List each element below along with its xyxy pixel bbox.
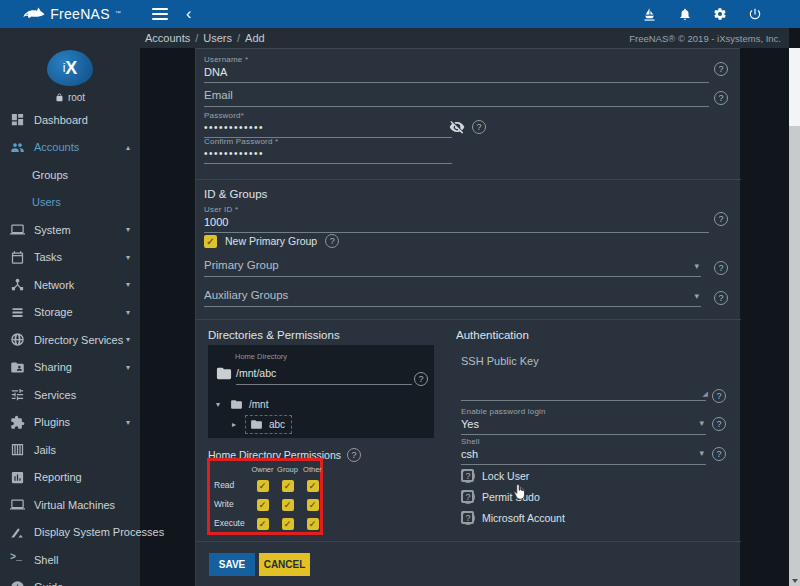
enable-password-login-help-icon[interactable] <box>712 417 726 431</box>
user-id-help-icon[interactable] <box>714 212 728 226</box>
primary-group-help-icon[interactable] <box>714 261 728 275</box>
collapse-back-icon[interactable] <box>186 6 191 22</box>
password-field[interactable]: Password* •••••••••••• <box>204 111 452 138</box>
sidebar-item-display-system-processes[interactable]: Display System Processes <box>0 519 140 547</box>
sidebar-item-dashboard[interactable]: Dashboard <box>0 106 140 134</box>
perm-write-other-checkbox[interactable] <box>307 499 319 511</box>
sidebar-item-label: Users <box>32 196 61 208</box>
permissions-help-icon[interactable] <box>347 448 361 462</box>
sidebar-item-network[interactable]: Network <box>0 271 140 299</box>
ssh-public-key-help-icon[interactable] <box>712 389 726 403</box>
new-primary-group-checkbox[interactable] <box>204 235 217 248</box>
home-directory-panel: Home Directory /mnt/abc /mnt abc <box>208 345 434 438</box>
new-primary-group-help-icon[interactable] <box>325 234 339 248</box>
perm-read-group-checkbox[interactable] <box>282 480 294 492</box>
toggle-password-visibility-icon[interactable] <box>449 119 465 135</box>
auxiliary-groups-select[interactable]: Auxiliary Groups <box>204 289 701 307</box>
username-input[interactable]: DNA <box>204 66 709 83</box>
sidebar-item-system[interactable]: System <box>0 216 140 244</box>
shell-value[interactable]: csh <box>461 448 706 465</box>
perm-execute-group-checkbox[interactable] <box>282 518 294 530</box>
perm-row-execute: Execute <box>214 514 250 533</box>
hamburger-menu-icon[interactable] <box>152 8 168 20</box>
auxiliary-groups-help-icon[interactable] <box>714 291 728 305</box>
microsoft-account-row: Microsoft Account <box>461 511 565 524</box>
enable-password-login-value[interactable]: Yes <box>461 418 706 435</box>
permit-sudo-help-icon[interactable] <box>461 490 475 504</box>
sidebar-item-shell[interactable]: Shell <box>0 546 140 574</box>
permissions-grid: Owner Group Other Read Write Execute <box>214 463 320 533</box>
chevron-down-icon[interactable] <box>694 261 699 271</box>
perm-execute-other-checkbox[interactable] <box>307 518 319 530</box>
username-field[interactable]: Username * DNA <box>204 55 709 83</box>
scrollbar-thumb[interactable] <box>789 48 800 126</box>
breadcrumb-bar: Accounts / Users / Add FreeNAS® © 2019 -… <box>140 28 789 48</box>
sidebar-item-reporting[interactable]: Reporting <box>0 464 140 492</box>
microsoft-account-label: Microsoft Account <box>482 512 565 524</box>
lock-user-help-icon[interactable] <box>461 469 475 483</box>
shell-select[interactable]: Shell csh <box>461 437 706 465</box>
confirm-password-input[interactable]: •••••••••••• <box>204 148 452 164</box>
power-icon[interactable] <box>748 7 762 21</box>
confirm-password-field[interactable]: Confirm Password * •••••••••••• <box>204 137 452 164</box>
directories-permissions-title: Directories & Permissions <box>208 329 340 341</box>
sidebar-item-storage[interactable]: Storage <box>0 299 140 327</box>
perm-write-owner-checkbox[interactable] <box>257 499 269 511</box>
chevron-down-icon[interactable] <box>699 448 704 458</box>
save-button[interactable]: SAVE <box>209 553 255 576</box>
tree-expand-icon[interactable] <box>216 400 224 409</box>
sidebar-item-plugins[interactable]: Plugins <box>0 409 140 437</box>
processes-icon <box>10 525 25 540</box>
perm-read-other-checkbox[interactable] <box>307 480 319 492</box>
password-help-icon[interactable] <box>472 120 486 134</box>
scrollbar-down-arrow[interactable] <box>792 579 798 583</box>
sidebar-item-jails[interactable]: Jails <box>0 436 140 464</box>
sidebar-item-label: Storage <box>34 306 73 318</box>
home-directory-input[interactable]: /mnt/abc <box>236 367 412 385</box>
chevron-down-icon[interactable] <box>694 291 699 301</box>
ssh-public-key-textarea[interactable] <box>461 379 706 401</box>
breadcrumb-accounts[interactable]: Accounts <box>145 32 190 44</box>
sidebar-item-sharing[interactable]: Sharing <box>0 354 140 382</box>
shell-help-icon[interactable] <box>712 447 726 461</box>
tree-node-abc[interactable]: abc <box>232 415 292 434</box>
breadcrumb-users[interactable]: Users <box>203 32 232 44</box>
notifications-bell-icon[interactable] <box>678 7 692 21</box>
enable-password-login-select[interactable]: Enable password login Yes <box>461 407 706 435</box>
chevron-down-icon[interactable] <box>699 418 704 428</box>
tree-expand-icon[interactable] <box>232 420 240 429</box>
vertical-scrollbar[interactable] <box>789 48 800 586</box>
tree-selected-node[interactable]: abc <box>245 415 292 434</box>
sidebar-item-label: Jails <box>34 444 56 456</box>
password-input[interactable]: •••••••••••• <box>204 122 452 138</box>
ship-icon[interactable] <box>642 7 657 22</box>
tree-node-mnt[interactable]: /mnt <box>216 398 268 411</box>
perm-execute-owner-checkbox[interactable] <box>257 518 269 530</box>
sidebar-item-directory-services[interactable]: Directory Services <box>0 326 140 354</box>
settings-gear-icon[interactable] <box>713 7 727 21</box>
perm-write-group-checkbox[interactable] <box>282 499 294 511</box>
sidebar-item-virtual-machines[interactable]: Virtual Machines <box>0 491 140 519</box>
perm-read-owner-checkbox[interactable] <box>257 480 269 492</box>
home-directory-help-icon[interactable] <box>414 372 428 386</box>
breadcrumb-add: Add <box>245 32 265 44</box>
freenas-brand: FreeNAS ™ <box>0 6 140 22</box>
microsoft-account-help-icon[interactable] <box>461 511 475 525</box>
cancel-button[interactable]: CANCEL <box>259 553 310 576</box>
email-field[interactable]: Email <box>204 89 709 107</box>
primary-group-select[interactable]: Primary Group <box>204 259 701 277</box>
sidebar-item-accounts[interactable]: Accounts <box>0 134 140 162</box>
user-id-field[interactable]: User ID * 1000 <box>204 205 709 233</box>
sidebar-item-services[interactable]: Services <box>0 381 140 409</box>
add-user-form-card: Username * DNA Email Password* •••••••••… <box>195 48 740 586</box>
sidebar-item-groups[interactable]: Groups <box>0 161 140 189</box>
username-help-icon[interactable] <box>714 62 728 76</box>
sidebar-item-guide[interactable]: Guide <box>0 574 140 586</box>
email-help-icon[interactable] <box>714 91 728 105</box>
user-id-input[interactable]: 1000 <box>204 216 709 233</box>
sidebar-item-tasks[interactable]: Tasks <box>0 244 140 272</box>
email-input[interactable]: Email <box>204 89 709 107</box>
confirm-password-label: Confirm Password * <box>204 137 452 146</box>
resize-handle-icon[interactable] <box>703 390 708 398</box>
sidebar-item-users[interactable]: Users <box>0 189 140 217</box>
